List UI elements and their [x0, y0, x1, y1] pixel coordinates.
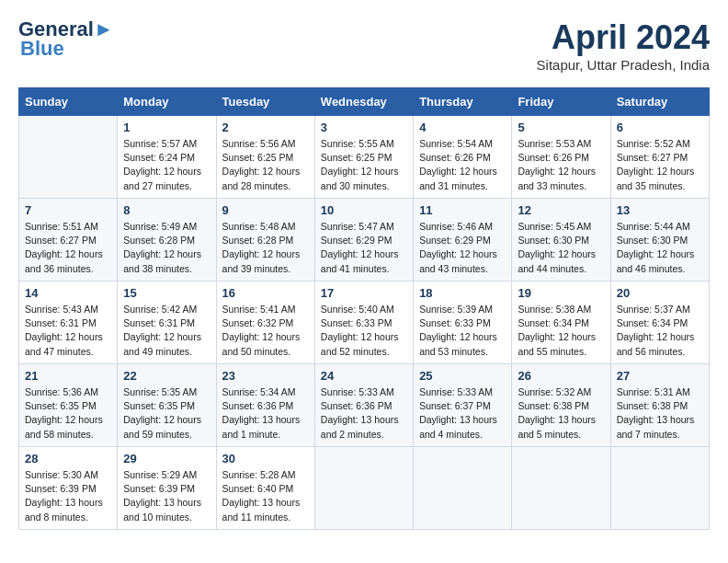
calendar-week-row: 7Sunrise: 5:51 AM Sunset: 6:27 PM Daylig… [19, 199, 710, 282]
logo: General► Blue [18, 18, 114, 61]
day-info: Sunrise: 5:30 AM Sunset: 6:39 PM Dayligh… [25, 468, 111, 524]
calendar-cell: 15Sunrise: 5:42 AM Sunset: 6:31 PM Dayli… [118, 282, 216, 364]
day-info: Sunrise: 5:54 AM Sunset: 6:26 PM Dayligh… [419, 137, 506, 193]
day-info: Sunrise: 5:38 AM Sunset: 6:34 PM Dayligh… [518, 303, 604, 359]
calendar-week-row: 28Sunrise: 5:30 AM Sunset: 6:39 PM Dayli… [19, 447, 710, 530]
day-number: 13 [617, 203, 703, 217]
page-header: General► Blue April 2024 Sitapur, Uttar … [18, 18, 710, 73]
day-info: Sunrise: 5:46 AM Sunset: 6:29 PM Dayligh… [419, 220, 506, 276]
day-info: Sunrise: 5:51 AM Sunset: 6:27 PM Dayligh… [25, 220, 111, 276]
calendar-cell: 27Sunrise: 5:31 AM Sunset: 6:38 PM Dayli… [610, 364, 709, 447]
day-number: 7 [25, 203, 111, 217]
day-number: 20 [617, 286, 703, 300]
calendar-cell: 22Sunrise: 5:35 AM Sunset: 6:35 PM Dayli… [118, 364, 216, 447]
logo-subtext: Blue [20, 37, 64, 61]
day-number: 12 [518, 203, 604, 217]
day-info: Sunrise: 5:36 AM Sunset: 6:35 PM Dayligh… [25, 385, 111, 442]
day-number: 3 [321, 121, 407, 134]
day-number: 2 [222, 121, 309, 134]
day-info: Sunrise: 5:33 AM Sunset: 6:36 PM Dayligh… [321, 385, 407, 442]
weekday-header: Friday [512, 88, 610, 116]
day-number: 15 [123, 286, 210, 300]
calendar-cell: 7Sunrise: 5:51 AM Sunset: 6:27 PM Daylig… [19, 199, 118, 282]
day-number: 14 [25, 286, 111, 300]
day-number: 1 [123, 121, 210, 134]
calendar-cell [314, 447, 413, 530]
day-info: Sunrise: 5:37 AM Sunset: 6:34 PM Dayligh… [617, 303, 703, 359]
weekday-header: Wednesday [314, 88, 413, 116]
calendar-table: SundayMondayTuesdayWednesdayThursdayFrid… [18, 87, 710, 530]
calendar-cell: 14Sunrise: 5:43 AM Sunset: 6:31 PM Dayli… [19, 282, 118, 364]
day-info: Sunrise: 5:35 AM Sunset: 6:35 PM Dayligh… [123, 385, 210, 442]
calendar-week-row: 21Sunrise: 5:36 AM Sunset: 6:35 PM Dayli… [19, 364, 710, 447]
day-info: Sunrise: 5:40 AM Sunset: 6:33 PM Dayligh… [321, 303, 407, 359]
day-info: Sunrise: 5:28 AM Sunset: 6:40 PM Dayligh… [222, 468, 309, 524]
day-info: Sunrise: 5:47 AM Sunset: 6:29 PM Dayligh… [321, 220, 407, 276]
calendar-cell: 16Sunrise: 5:41 AM Sunset: 6:32 PM Dayli… [216, 282, 314, 364]
day-number: 23 [222, 369, 309, 383]
calendar-cell: 21Sunrise: 5:36 AM Sunset: 6:35 PM Dayli… [19, 364, 118, 447]
day-info: Sunrise: 5:53 AM Sunset: 6:26 PM Dayligh… [518, 137, 604, 193]
day-info: Sunrise: 5:42 AM Sunset: 6:31 PM Dayligh… [123, 303, 210, 359]
weekday-header: Tuesday [216, 88, 314, 116]
calendar-cell: 5Sunrise: 5:53 AM Sunset: 6:26 PM Daylig… [512, 116, 610, 199]
calendar-cell: 20Sunrise: 5:37 AM Sunset: 6:34 PM Dayli… [610, 282, 709, 364]
calendar-cell: 9Sunrise: 5:48 AM Sunset: 6:28 PM Daylig… [216, 199, 314, 282]
day-info: Sunrise: 5:39 AM Sunset: 6:33 PM Dayligh… [419, 303, 506, 359]
calendar-cell: 11Sunrise: 5:46 AM Sunset: 6:29 PM Dayli… [414, 199, 512, 282]
calendar-cell: 8Sunrise: 5:49 AM Sunset: 6:28 PM Daylig… [118, 199, 216, 282]
day-number: 5 [518, 121, 604, 134]
calendar-cell: 4Sunrise: 5:54 AM Sunset: 6:26 PM Daylig… [414, 116, 512, 199]
day-number: 29 [123, 452, 210, 465]
day-number: 24 [321, 369, 407, 383]
day-number: 9 [222, 203, 309, 217]
day-info: Sunrise: 5:29 AM Sunset: 6:39 PM Dayligh… [123, 468, 210, 524]
day-info: Sunrise: 5:32 AM Sunset: 6:38 PM Dayligh… [518, 385, 604, 442]
day-number: 27 [617, 369, 703, 383]
day-number: 18 [419, 286, 506, 300]
calendar-cell [610, 447, 709, 530]
day-info: Sunrise: 5:52 AM Sunset: 6:27 PM Dayligh… [617, 137, 703, 193]
title-block: April 2024 Sitapur, Uttar Pradesh, India [537, 18, 710, 73]
location: Sitapur, Uttar Pradesh, India [537, 57, 710, 73]
day-info: Sunrise: 5:48 AM Sunset: 6:28 PM Dayligh… [222, 220, 309, 276]
day-number: 28 [25, 452, 111, 465]
day-info: Sunrise: 5:56 AM Sunset: 6:25 PM Dayligh… [222, 137, 309, 193]
weekday-header: Saturday [610, 88, 709, 116]
day-number: 25 [419, 369, 506, 383]
day-info: Sunrise: 5:44 AM Sunset: 6:30 PM Dayligh… [617, 220, 703, 276]
day-number: 30 [222, 452, 309, 465]
day-number: 16 [222, 286, 309, 300]
calendar-cell: 29Sunrise: 5:29 AM Sunset: 6:39 PM Dayli… [118, 447, 216, 530]
day-number: 10 [321, 203, 407, 217]
weekday-header: Sunday [19, 88, 118, 116]
calendar-cell: 18Sunrise: 5:39 AM Sunset: 6:33 PM Dayli… [414, 282, 512, 364]
calendar-cell: 23Sunrise: 5:34 AM Sunset: 6:36 PM Dayli… [216, 364, 314, 447]
day-info: Sunrise: 5:43 AM Sunset: 6:31 PM Dayligh… [25, 303, 111, 359]
calendar-cell [414, 447, 512, 530]
calendar-cell: 30Sunrise: 5:28 AM Sunset: 6:40 PM Dayli… [216, 447, 314, 530]
calendar-cell: 13Sunrise: 5:44 AM Sunset: 6:30 PM Dayli… [610, 199, 709, 282]
day-number: 4 [419, 121, 506, 134]
day-number: 8 [123, 203, 210, 217]
weekday-header: Monday [118, 88, 216, 116]
calendar-cell: 28Sunrise: 5:30 AM Sunset: 6:39 PM Dayli… [19, 447, 118, 530]
month-title: April 2024 [537, 18, 710, 57]
calendar-cell: 10Sunrise: 5:47 AM Sunset: 6:29 PM Dayli… [314, 199, 413, 282]
calendar-week-row: 14Sunrise: 5:43 AM Sunset: 6:31 PM Dayli… [19, 282, 710, 364]
day-number: 19 [518, 286, 604, 300]
day-number: 21 [25, 369, 111, 383]
calendar-cell: 26Sunrise: 5:32 AM Sunset: 6:38 PM Dayli… [512, 364, 610, 447]
calendar-cell: 25Sunrise: 5:33 AM Sunset: 6:37 PM Dayli… [414, 364, 512, 447]
day-info: Sunrise: 5:31 AM Sunset: 6:38 PM Dayligh… [617, 385, 703, 442]
day-info: Sunrise: 5:34 AM Sunset: 6:36 PM Dayligh… [222, 385, 309, 442]
calendar-week-row: 1Sunrise: 5:57 AM Sunset: 6:24 PM Daylig… [19, 116, 710, 199]
calendar-cell: 3Sunrise: 5:55 AM Sunset: 6:25 PM Daylig… [314, 116, 413, 199]
calendar-cell: 6Sunrise: 5:52 AM Sunset: 6:27 PM Daylig… [610, 116, 709, 199]
day-number: 17 [321, 286, 407, 300]
day-info: Sunrise: 5:41 AM Sunset: 6:32 PM Dayligh… [222, 303, 309, 359]
calendar-cell: 19Sunrise: 5:38 AM Sunset: 6:34 PM Dayli… [512, 282, 610, 364]
day-info: Sunrise: 5:49 AM Sunset: 6:28 PM Dayligh… [123, 220, 210, 276]
calendar-cell [512, 447, 610, 530]
day-number: 22 [123, 369, 210, 383]
